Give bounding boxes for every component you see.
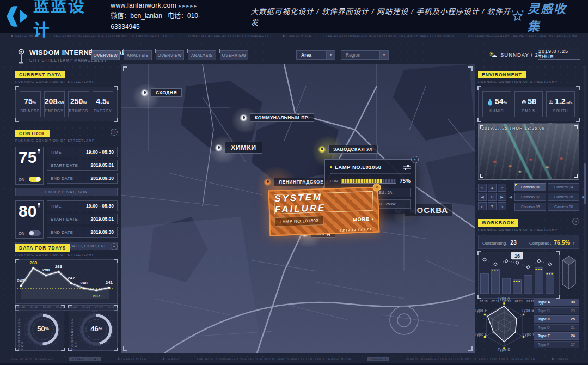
workbook-title: WORKBOOK: [478, 219, 518, 227]
legend-type-c[interactable]: Type C25: [534, 315, 579, 323]
lamp-pin-icon: [215, 144, 223, 152]
legend-type-e[interactable]: Type E24: [534, 332, 579, 340]
comparison-gauge-2: COMPARISON FOR 46%: [69, 305, 118, 351]
arrow-up-icon: ↑: [573, 240, 575, 246]
reset-view-button[interactable]: ↻: [488, 193, 497, 201]
main-tabs: OVERVIEW ANALYSIS OVERVIEW ANALYSIS OVER…: [91, 50, 248, 60]
comparison-gauge-1: COMPARISON FOR 50%: [15, 305, 64, 351]
banner-website[interactable]: www.lanlanwork.com: [111, 2, 176, 9]
lamp-pin-icon: [240, 114, 248, 122]
map-marker-skhodnya[interactable]: СХОДНЯ: [140, 88, 182, 97]
tab-overview-2[interactable]: OVERVIEW: [156, 50, 184, 60]
banner-wechat: 微信：ben_lanlan: [111, 12, 162, 20]
legend-type-a[interactable]: Type A38: [534, 299, 579, 306]
schedule-block-2: 80 ON TIME19:00 - 05:30 START DATE2019.0…: [15, 200, 118, 239]
lbn-label: LBN: [330, 179, 338, 184]
camera-03-button[interactable]: Camera 03: [514, 203, 546, 211]
radar-axis-b: Type B: [522, 308, 534, 312]
cube-decor: [560, 252, 578, 292]
panel-frame: 75% BRINESS 208KW ENERGY 250W BRINESS 4.…: [15, 87, 118, 121]
legend-type-d[interactable]: Type D31: [534, 324, 579, 332]
scrollbar-thumb[interactable]: [584, 163, 586, 204]
alert-title: SYSTEM FAILURE: [274, 190, 373, 215]
equalizer-icon[interactable]: [403, 165, 411, 170]
workbook-bar-chart: 16: [479, 252, 559, 298]
map-marker-kommunalny[interactable]: КОММУНАЛЬНЫЙ ПР.: [240, 113, 314, 122]
control-panel: CONTROL + RUNNING CONDITION OF STREETLAM…: [15, 127, 118, 250]
system-failure-alert: × SYSTEM FAILURE LAMP NO.L01803 MORE ›: [268, 187, 380, 236]
schedule-2-toggle[interactable]: [29, 230, 41, 236]
camera-06-button[interactable]: Camera 06: [548, 203, 579, 211]
radar-axis-f: Type F: [475, 308, 487, 312]
svg-text:16: 16: [514, 253, 520, 259]
stat-energy-kw: 208KW ENERGY: [44, 91, 65, 117]
camera-01-button[interactable]: Camera 01: [514, 183, 546, 191]
pan-down-button[interactable]: ▼: [488, 202, 497, 210]
decor-bottom-strip: THE ROADS DIVERGEDSTREET LIGHT ■ TRAVEL …: [11, 355, 577, 363]
camera-04-button[interactable]: Camera 04: [548, 183, 579, 191]
chevron-down-icon: ▼: [379, 51, 388, 59]
tab-analysis-1[interactable]: ANALYSIS: [124, 50, 152, 60]
environment-panel: ENVIRONMENT RUNNING CONDITION OF STREETL…: [478, 69, 579, 121]
current-data-title: CURRENT DATA: [15, 71, 65, 78]
radar-axis-e: Type E: [475, 332, 487, 336]
expand-chart-button[interactable]: +: [111, 243, 118, 250]
panel-subtitle: RUNNING CONDITION OF STREETLAMP: [15, 80, 118, 83]
stat-briness-percent: 75% BRINESS: [20, 91, 41, 117]
panel-subtitle: RUNNING CONDITION OF STREETLAMP: [15, 139, 118, 142]
sun-cloud-icon: ☀☁: [489, 51, 498, 58]
pan-down-right-button[interactable]: ↘: [498, 202, 506, 210]
start-date-row: START DATE2019.05.01: [47, 160, 118, 171]
seven-day-chart-frame: 243268258263247240237241 07.1807.1907.20…: [15, 259, 118, 311]
promo-banner: 蓝蓝设计 www.lanlanwork.com ▸▸▸▸▸ 微信：ben_lan…: [0, 0, 588, 33]
leaf-icon: ☘: [521, 99, 526, 105]
pan-down-left-button[interactable]: ↙: [478, 202, 487, 210]
schedule-1-toggle[interactable]: [29, 177, 41, 182]
type-radar-chart: [478, 299, 530, 353]
lamp-pin-icon: [140, 89, 149, 97]
chevron-down-icon: ▼: [326, 51, 335, 59]
droplet-icon: 💧: [486, 99, 494, 105]
schedule-block-1: 75 ON TIME19:00 - 05:30 START DATE2019.0…: [15, 147, 118, 185]
pan-up-button[interactable]: ▲: [488, 184, 497, 192]
add-control-button[interactable]: +: [111, 129, 118, 136]
current-data-panel: CURRENT DATA RUNNING CONDITION OF STREET…: [15, 69, 118, 121]
svg-text:247: 247: [68, 276, 75, 281]
pan-left-button[interactable]: ◀: [478, 193, 487, 201]
tab-analysis-2[interactable]: ANALYSIS: [188, 50, 216, 60]
pan-up-right-button[interactable]: ↗: [498, 184, 506, 192]
legend-type-b[interactable]: Type B28: [534, 307, 579, 315]
radar-axis-a: Type A: [498, 296, 510, 300]
popup-close-icon[interactable]: ×: [411, 156, 419, 163]
brightness-level-box: 80 ON: [15, 200, 44, 239]
tab-overview-1[interactable]: OVERVIEW: [91, 50, 120, 60]
map-marker-khimki[interactable]: ХИМКИ: [215, 142, 262, 154]
camera-panel: 2019.07.25 THUR 18:26:09 ↖ ▲ ↗ ◀ ↻ ▶ ↙ ▼…: [478, 123, 579, 211]
svg-text:243: 243: [17, 278, 24, 283]
tab-overview-3[interactable]: OVERVIEW: [220, 50, 248, 60]
pan-up-left-button[interactable]: ↖: [478, 184, 487, 192]
dashboard: ■ TRAVEL BOTHTHE ROADS DIVERGED IN A YEL…: [0, 33, 588, 365]
legend-type-f[interactable]: Type F37: [534, 341, 579, 349]
lamp-pin-icon-orange: [264, 178, 272, 186]
alert-more-button[interactable]: MORE ›: [353, 216, 374, 222]
workbook-chart-frame: 16: [478, 252, 560, 299]
streetlamp-icon: [17, 49, 25, 65]
lbn-progress-bar: [341, 179, 396, 184]
camera-prev-button[interactable]: ◀: [509, 195, 512, 199]
map-marker-zavodskaya[interactable]: ЗАВОДСКАЯ УЛ: [318, 145, 378, 154]
banner-services: 大数据可视化设计 / 软件界面设计 / 网站建设 / 手机及小程序设计 / 软件…: [251, 5, 512, 27]
inspiration-collect[interactable]: 灵感收集: [511, 0, 578, 34]
radar-panel: Type A Type B Type C Type D Type E Type …: [478, 297, 579, 354]
workbook-more-button[interactable]: ›: [572, 218, 579, 225]
pan-right-button[interactable]: ▶: [498, 193, 506, 201]
camera-05-button[interactable]: Camera 05: [548, 193, 579, 201]
svg-text:241: 241: [106, 280, 113, 285]
area-select[interactable]: Area ▼: [296, 50, 335, 60]
city-map[interactable]: СХОДНЯ КОММУНАЛЬНЫЙ ПР. ХИМКИ ЗАВОДСКАЯ …: [121, 64, 475, 353]
alert-tick-decor: [340, 228, 373, 232]
region-select[interactable]: Region ▼: [341, 50, 389, 60]
panel-subtitle: RUNNING CONDITION OF STREETLAMP: [478, 80, 579, 83]
stat-humidity: 💧54% HUMID: [482, 91, 511, 117]
camera-02-button[interactable]: Camera 02: [514, 193, 546, 201]
